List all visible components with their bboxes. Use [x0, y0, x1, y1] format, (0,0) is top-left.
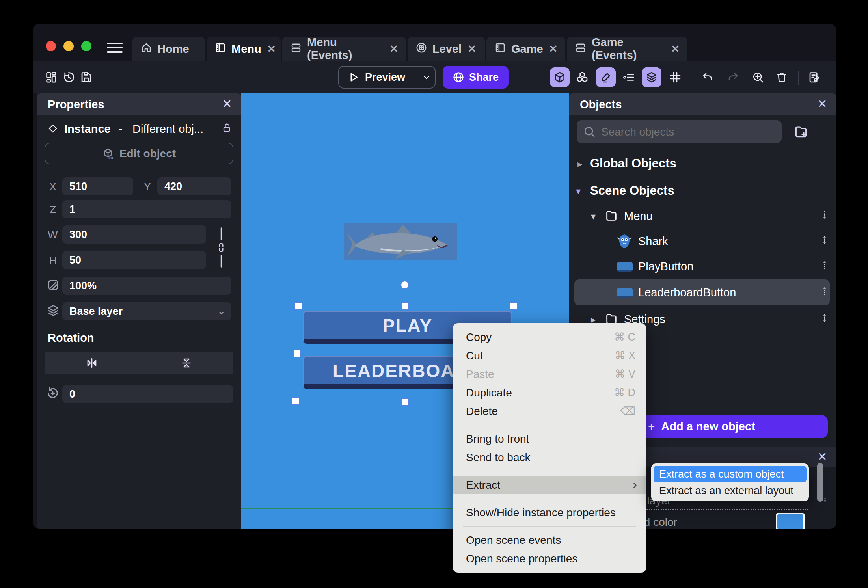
menu-item-extract[interactable]: Extract› — [453, 476, 646, 494]
menu-item-send-to-back[interactable]: Send to back — [453, 448, 646, 467]
tab-level[interactable]: Level ✕ — [408, 37, 485, 61]
rotation-handle[interactable] — [401, 281, 408, 288]
tree-item-menu[interactable]: Menu — [624, 210, 653, 223]
z-input[interactable] — [62, 200, 231, 218]
rotation-input[interactable] — [62, 385, 233, 403]
link-dimensions-icon[interactable] — [213, 225, 229, 269]
chevron-right-icon[interactable]: ▸ — [577, 158, 582, 169]
rotation-section-title: Rotation — [48, 331, 94, 344]
layer-select[interactable]: Base layer ⌄ — [62, 302, 231, 320]
preview-button[interactable]: Preview — [338, 66, 436, 89]
chevron-down-icon[interactable] — [418, 72, 435, 82]
edit-pencil-icon[interactable] — [596, 67, 616, 87]
menu-item-duplicate[interactable]: Duplicate⌘ D — [453, 383, 646, 402]
w-label: W — [48, 229, 58, 241]
flip-toolbar — [45, 352, 233, 374]
chevron-down-icon[interactable]: ▾ — [576, 186, 581, 197]
tab-close-icon[interactable]: ✕ — [267, 43, 276, 55]
instance-separator: - — [119, 123, 123, 136]
undo-icon[interactable] — [698, 67, 717, 87]
close-icon[interactable]: ✕ — [221, 98, 233, 110]
chevron-down-icon[interactable]: ▾ — [591, 211, 596, 222]
opacity-input[interactable] — [62, 277, 231, 295]
kebab-menu-icon[interactable] — [820, 286, 830, 296]
shark-sprite[interactable] — [344, 223, 457, 260]
minimize-window-button[interactable] — [63, 41, 74, 51]
history-icon[interactable] — [61, 70, 76, 85]
share-button[interactable]: Share — [443, 66, 509, 89]
instance-list-icon[interactable] — [619, 67, 639, 87]
save-icon[interactable] — [78, 70, 93, 85]
kebab-menu-icon[interactable] — [820, 210, 830, 220]
tree-item-leaderboardbutton[interactable]: LeaderboardButton — [638, 286, 736, 299]
close-icon[interactable]: ✕ — [816, 450, 829, 463]
close-icon[interactable]: ✕ — [816, 98, 829, 110]
maximize-window-button[interactable] — [81, 41, 91, 51]
svg-text:2D: 2D — [108, 156, 113, 159]
unlock-icon[interactable] — [221, 122, 233, 134]
menu-item-cut[interactable]: Cut⌘ X — [453, 346, 646, 365]
instance-diamond-icon — [47, 123, 59, 134]
menu-item-delete[interactable]: Delete⌫ — [453, 402, 646, 421]
background-color-swatch[interactable] — [776, 513, 805, 529]
notes-icon[interactable] — [804, 67, 824, 87]
layers-icon[interactable] — [642, 67, 661, 87]
search-icon — [583, 125, 596, 140]
divider — [798, 71, 799, 85]
selection-handle[interactable] — [294, 350, 300, 357]
edit-object-button[interactable]: 2D Edit object — [45, 143, 233, 164]
tab-game-events[interactable]: Game (Events) ✕ — [567, 37, 687, 61]
scene-objects-label[interactable]: Scene Objects — [590, 184, 674, 198]
submenu-item-extract-custom-object[interactable]: Extract as a custom object — [654, 466, 807, 482]
tab-menu[interactable]: Menu ✕ — [207, 37, 281, 61]
shortcut: ⌘ D — [614, 383, 635, 402]
menu-item-open-scene-events[interactable]: Open scene events — [453, 531, 646, 549]
main-menu-icon[interactable] — [107, 43, 123, 53]
share-label: Share — [469, 71, 499, 84]
kebab-menu-icon[interactable] — [820, 313, 830, 323]
global-objects-label[interactable]: Global Objects — [590, 156, 676, 171]
h-input[interactable] — [62, 251, 206, 269]
kebab-menu-icon[interactable] — [820, 260, 830, 270]
flip-vertical-icon[interactable] — [139, 357, 233, 369]
menu-item-show-hide-instance-properties[interactable]: Show/Hide instance properties — [453, 503, 646, 522]
objects-cubes-icon[interactable] — [572, 67, 592, 87]
scrollbar-thumb[interactable] — [817, 463, 823, 502]
tab-close-icon[interactable]: ✕ — [671, 43, 680, 55]
selection-handle[interactable] — [292, 398, 299, 404]
w-input[interactable] — [62, 225, 206, 244]
menu-item-bring-to-front[interactable]: Bring to front — [453, 430, 646, 448]
cube-3d-icon[interactable] — [550, 67, 570, 87]
trash-icon[interactable] — [772, 67, 792, 87]
properties-title: Properties — [48, 98, 104, 111]
tab-menu-events[interactable]: Menu (Events) ✕ — [282, 37, 406, 61]
selection-handle[interactable] — [295, 303, 302, 309]
add-folder-icon[interactable] — [793, 124, 808, 141]
tab-game[interactable]: Game ✕ — [486, 37, 565, 61]
tab-close-icon[interactable]: ✕ — [389, 43, 398, 55]
kebab-menu-icon[interactable] — [820, 235, 830, 245]
h-label: H — [49, 255, 57, 267]
tab-close-icon[interactable]: ✕ — [468, 43, 476, 55]
tab-close-icon[interactable]: ✕ — [549, 43, 558, 55]
x-input[interactable] — [62, 177, 133, 195]
events-icon — [575, 42, 587, 56]
layout-icon[interactable] — [44, 70, 59, 85]
zoom-in-icon[interactable] — [748, 67, 768, 87]
y-input[interactable] — [157, 177, 231, 195]
tab-home[interactable]: Home — [132, 37, 205, 61]
menu-item-open-scene-properties[interactable]: Open scene properties — [453, 549, 646, 568]
menu-item-copy[interactable]: Copy⌘ C — [453, 328, 646, 346]
menu-item-paste[interactable]: Paste⌘ V — [453, 365, 646, 383]
grid-icon[interactable] — [665, 67, 685, 87]
flip-horizontal-icon[interactable] — [45, 357, 139, 369]
search-input[interactable] — [600, 120, 775, 144]
selection-handle[interactable] — [510, 303, 517, 309]
tree-item-shark[interactable]: Shark — [638, 235, 668, 248]
redo-icon[interactable] — [723, 67, 743, 87]
tree-item-playbutton[interactable]: PlayButton — [638, 260, 693, 273]
close-window-button[interactable] — [46, 41, 56, 51]
selection-handle[interactable] — [402, 399, 408, 405]
selection-handle[interactable] — [402, 303, 408, 309]
submenu-item-extract-external-layout[interactable]: Extract as an external layout — [654, 482, 807, 499]
